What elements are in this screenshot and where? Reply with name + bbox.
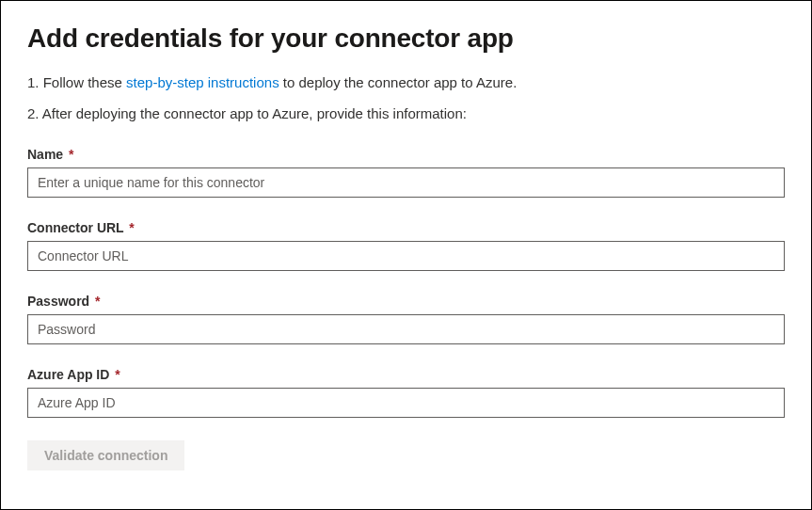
connector-url-input[interactable]: [27, 241, 785, 271]
required-mark: *: [129, 220, 134, 235]
validate-connection-button[interactable]: Validate connection: [27, 440, 184, 470]
required-mark: *: [95, 294, 100, 309]
page-title: Add credentials for your connector app: [27, 24, 785, 54]
password-input[interactable]: [27, 314, 785, 344]
azure-app-id-field-group: Azure App ID *: [27, 367, 785, 418]
instruction-step-1-suffix: to deploy the connector app to Azure.: [279, 74, 517, 90]
azure-app-id-input[interactable]: [27, 388, 785, 418]
password-label: Password *: [27, 294, 785, 309]
name-label-text: Name: [27, 147, 63, 162]
password-field-group: Password *: [27, 294, 785, 344]
required-mark: *: [115, 367, 119, 382]
password-label-text: Password: [27, 294, 89, 309]
step-by-step-link[interactable]: step-by-step instructions: [126, 74, 279, 90]
name-input[interactable]: [27, 167, 785, 198]
instruction-step-1-prefix: 1. Follow these: [27, 74, 126, 90]
instruction-step-2: 2. After deploying the connector app to …: [27, 104, 785, 125]
name-label: Name *: [27, 147, 785, 162]
name-field-group: Name *: [27, 147, 785, 198]
connector-url-label-text: Connector URL: [27, 220, 123, 235]
instruction-step-1: 1. Follow these step-by-step instruction…: [27, 72, 785, 94]
connector-url-field-group: Connector URL *: [27, 220, 785, 271]
connector-url-label: Connector URL *: [27, 220, 785, 235]
required-mark: *: [69, 147, 73, 162]
azure-app-id-label: Azure App ID *: [27, 367, 785, 382]
azure-app-id-label-text: Azure App ID: [27, 367, 109, 382]
